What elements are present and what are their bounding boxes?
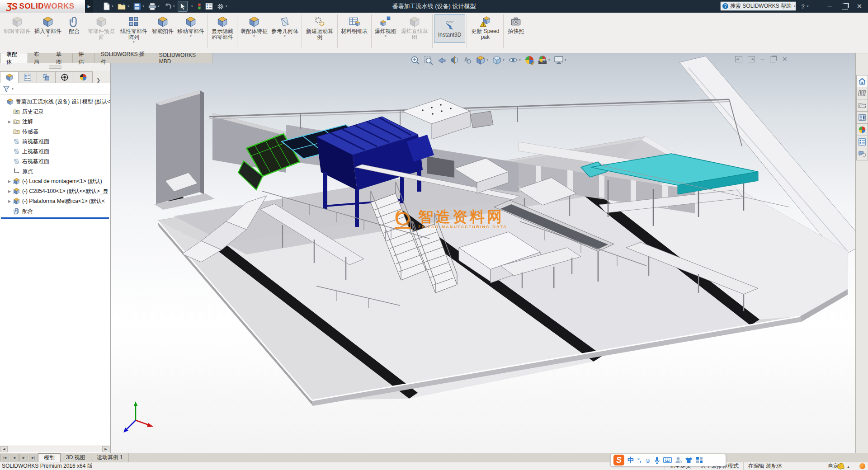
hide-show-items-button[interactable]: ▼: [507, 54, 522, 66]
tab-dimxpert-manager[interactable]: [56, 71, 74, 83]
tab-evaluate[interactable]: 评估: [73, 53, 95, 63]
minimize-button[interactable]: ─: [824, 0, 835, 13]
view-annotations-button[interactable]: A: [462, 54, 473, 66]
tree-filter-row[interactable]: ▼: [0, 83, 110, 95]
ime-emoji-button[interactable]: ☺: [644, 456, 651, 464]
new-document-button[interactable]: ▼: [102, 1, 115, 11]
taskpane-appearances-button[interactable]: [856, 124, 868, 136]
ribbon-explode-line-sketch-button[interactable]: 爆炸直线草图: [398, 14, 431, 41]
tab-scroll-prev-button[interactable]: ◀: [10, 454, 19, 461]
ribbon-reference-geometry-button[interactable]: 参考几何体▼: [269, 14, 300, 38]
zoom-to-fit-button[interactable]: [409, 54, 421, 66]
display-style-button[interactable]: ▼: [491, 54, 506, 66]
ime-account-icon[interactable]: [675, 456, 682, 464]
rollback-bar[interactable]: [1, 217, 109, 219]
panel-horizontal-scrollbar[interactable]: ◀ ▶: [0, 446, 110, 452]
ribbon-linear-pattern-button[interactable]: 线性零部件阵列▼: [118, 14, 150, 44]
edit-appearance-button[interactable]: [524, 54, 535, 66]
rebuild-button[interactable]: [196, 1, 203, 11]
doc-restore-button[interactable]: [770, 56, 776, 62]
tree-item-sensors[interactable]: 传感器: [0, 127, 110, 136]
tree-item-origin[interactable]: 原点: [0, 166, 110, 176]
ribbon-assembly-features-button[interactable]: 装配体特征▼: [239, 14, 269, 38]
tab-layout[interactable]: 布局: [28, 53, 50, 63]
tag-icon[interactable]: [836, 463, 844, 470]
taskpane-home-button[interactable]: [856, 75, 868, 87]
ribbon-edit-component-button[interactable]: 编辑零部件: [2, 14, 33, 35]
ribbon-instant3d-button[interactable]: Instant3D: [434, 14, 465, 43]
open-document-button[interactable]: ▼: [116, 1, 131, 11]
taskpane-forum-button[interactable]: [856, 148, 868, 160]
sogou-floating-icon[interactable]: [859, 463, 865, 469]
ribbon-new-motion-study-button[interactable]: * 新建运动算例: [303, 14, 336, 41]
file-properties-button[interactable]: [204, 1, 214, 11]
ime-language-toggle[interactable]: 中: [627, 456, 634, 465]
tree-item-component-plataforma-metalica[interactable]: ▶ (-) Plataforma Met醠ica<1> (默认<: [0, 196, 110, 206]
tab-scroll-last-button[interactable]: ▶|: [29, 454, 38, 461]
ribbon-component-preview-button[interactable]: 零部件预览窗: [85, 14, 118, 41]
tree-item-mates[interactable]: 配合: [0, 206, 110, 216]
tab-scroll-next-button[interactable]: ▶: [19, 454, 28, 461]
tree-item-component-local-de-montagem[interactable]: ▶ (-) Local de montagem<1> (默认): [0, 176, 110, 186]
tab-scroll-first-button[interactable]: |◀: [0, 454, 9, 461]
graphics-viewport[interactable]: A ▼ ▼ ▼: [111, 53, 855, 453]
tree-item-history[interactable]: 历史记录: [0, 107, 110, 117]
ribbon-update-speedpak-button[interactable]: 更新 Speedpak: [468, 14, 502, 41]
tree-item-annotations[interactable]: ▶ A 注解: [0, 117, 110, 127]
ribbon-take-snapshot-button[interactable]: 拍快照: [505, 14, 527, 35]
view-orientation-button[interactable]: ▼: [475, 54, 490, 66]
doc-tab-3d-views[interactable]: 3D 视图: [61, 453, 91, 462]
collapse-pane-right-button[interactable]: ▶: [748, 56, 755, 62]
tab-assembly[interactable]: 装配体: [0, 53, 28, 63]
ime-punctuation-toggle[interactable]: °,: [637, 457, 641, 463]
previous-view-button[interactable]: [435, 54, 447, 66]
tree-item-component-c2854-100[interactable]: ▶ (-) C2854-100<1> (默认<<默认>_显: [0, 186, 110, 196]
taskpane-view-palette-button[interactable]: [856, 112, 868, 124]
ime-keyboard-icon[interactable]: [663, 457, 672, 463]
tree-item-right-plane[interactable]: 右视基准面: [0, 156, 110, 166]
ribbon-insert-component-button[interactable]: 插入零部件▼: [33, 14, 63, 38]
doc-tab-model[interactable]: 模型: [38, 453, 61, 462]
taskpane-custom-properties-button[interactable]: [856, 136, 868, 148]
taskpane-design-library-button[interactable]: [856, 87, 868, 99]
tab-display-manager[interactable]: [74, 71, 93, 83]
ime-toolbox-grid-icon[interactable]: [696, 456, 703, 464]
print-button[interactable]: ▼: [147, 1, 161, 11]
tab-solidworks-addins[interactable]: SOLIDWORKS 插件: [95, 53, 153, 63]
tree-item-front-plane[interactable]: 前视基准面: [0, 136, 110, 146]
tab-feature-tree[interactable]: [0, 71, 19, 83]
undo-button[interactable]: ▼: [162, 1, 177, 11]
section-view-button[interactable]: [448, 54, 460, 66]
doc-minimize-button[interactable]: ─: [760, 56, 764, 63]
taskpane-file-explorer-button[interactable]: [856, 99, 868, 112]
ribbon-show-hidden-components-button[interactable]: 显示隐藏的零部件: [209, 14, 236, 41]
options-button[interactable]: ▼: [215, 1, 229, 11]
zoom-to-area-button[interactable]: [422, 54, 434, 66]
scroll-right-button[interactable]: ▶: [102, 446, 109, 452]
view-settings-button[interactable]: ▼: [553, 54, 568, 66]
ribbon-move-component-button[interactable]: 移动零部件▼: [175, 14, 206, 38]
collapse-pane-left-button[interactable]: ◀: [735, 56, 742, 62]
tree-item-top-plane[interactable]: 上视基准面: [0, 146, 110, 156]
tab-solidworks-mbd[interactable]: SOLIDWORKS MBD: [153, 53, 212, 63]
help-search-box[interactable]: ? 搜索 SOLIDWORKS 帮助 ▼: [720, 1, 796, 11]
sogou-logo-icon[interactable]: S: [613, 455, 624, 465]
close-button[interactable]: ✕: [854, 0, 865, 13]
tab-sketch[interactable]: 草图: [50, 53, 72, 63]
ribbon-mate-button[interactable]: 配合: [63, 14, 85, 35]
ime-voice-mic-icon[interactable]: [654, 456, 660, 464]
doc-close-button[interactable]: ✕: [782, 55, 788, 63]
ime-skin-shirt-icon[interactable]: [685, 457, 693, 464]
model-white-bin[interactable]: [402, 99, 493, 139]
select-caret-button[interactable]: ▼: [189, 1, 195, 11]
viewport-canvas[interactable]: [111, 53, 855, 453]
tree-root-assembly[interactable]: 番薯加工流水线 (设备) 设计模型 (默认<: [0, 97, 110, 107]
select-tool-button[interactable]: [178, 1, 188, 12]
restore-button[interactable]: [839, 0, 851, 13]
panel-tabs-overflow-chevron[interactable]: ❯: [96, 77, 100, 83]
scroll-left-button[interactable]: ◀: [0, 446, 8, 452]
tab-property-manager[interactable]: [19, 71, 37, 83]
menu-flyout-arrow[interactable]: ▶: [85, 0, 93, 13]
help-menu-button[interactable]: ?▼: [799, 0, 811, 13]
save-button[interactable]: ▼: [132, 1, 146, 11]
